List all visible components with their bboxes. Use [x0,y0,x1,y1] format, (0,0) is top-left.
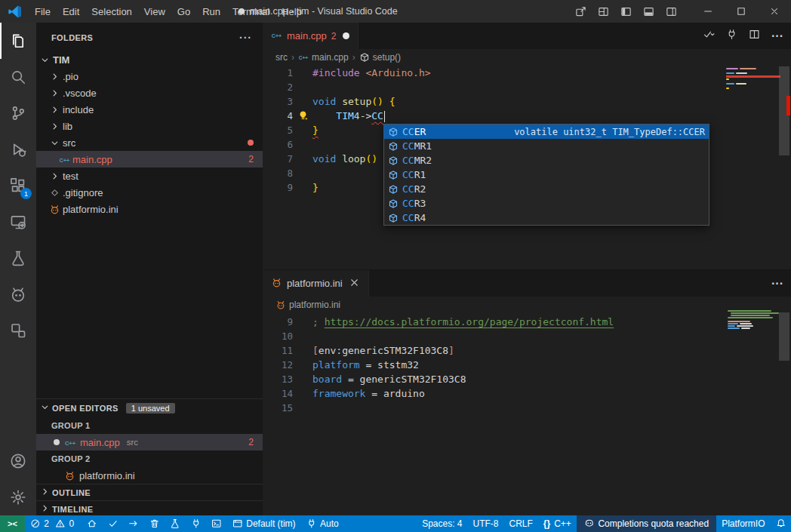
tab-main-cpp[interactable]: C++ main.cpp 2 [263,23,359,49]
menu-view[interactable]: View [138,0,171,23]
activity-accounts[interactable] [0,443,36,479]
activity-testing[interactable] [0,240,36,276]
activity-extensions[interactable]: 1 [0,168,36,204]
encoding-status[interactable]: UTF-8 [468,515,504,532]
tree-item-.pio[interactable]: .pio [36,68,263,85]
tree-item-main.cpp[interactable]: C++main.cpp2 [36,151,263,168]
more-actions-button[interactable]: ··· [771,29,783,43]
code-line-2[interactable]: 2 [263,80,791,94]
pio-serial-monitor-button[interactable] [186,515,207,532]
pio-test-button[interactable] [165,515,186,532]
eol-status[interactable]: CRLF [504,515,538,532]
minimap[interactable] [726,310,780,336]
problems-status[interactable]: 20 [25,515,82,532]
pio-build-button[interactable] [103,515,124,532]
serial-monitor-button[interactable] [726,29,737,43]
menu-file[interactable]: File [29,0,57,23]
tree-item-.gitignore[interactable]: .gitignore [36,184,263,201]
split-editor-button[interactable] [749,29,760,43]
menu-go[interactable]: Go [171,0,196,23]
copilot-icon [584,518,595,529]
run-build-button[interactable] [703,29,715,43]
folders-section-header[interactable]: FOLDERS ··· [36,27,263,48]
tree-item-include[interactable]: include [36,101,263,118]
tree-item-TIM[interactable]: TIM [36,51,263,68]
gitignore-icon [49,187,60,198]
suggestion-CCMR2[interactable]: CCMR2 [384,153,709,168]
minimap[interactable] [726,66,780,97]
suggestion-CCR1[interactable]: CCR1 [384,168,709,182]
more-actions-button[interactable]: ··· [771,277,783,291]
breadcrumb-platformio.ini[interactable]: platformio.ini [275,300,340,310]
activity-search[interactable] [0,59,36,95]
customize-layout-button[interactable] [592,0,614,23]
toggle-panel-button[interactable] [637,0,660,23]
overview-ruler-error [786,96,790,115]
tab-close-button[interactable] [349,277,360,291]
open-editor-main.cpp[interactable]: C++main.cpp src 2 [36,434,263,451]
suggestion-CCR4[interactable]: CCR4 [384,211,709,225]
breadcrumb-main.cpp[interactable]: C++main.cpp [298,52,349,63]
suggestion-CCER[interactable]: CCER volatile uint32_t TIM_TypeDef::CCER [384,125,709,139]
tree-item-platformio.ini[interactable]: platformio.ini [36,201,263,217]
menu-selection[interactable]: Selection [85,0,137,23]
code-line-1[interactable]: 1 #include <Arduino.h> [263,66,791,80]
suggestion-CCR3[interactable]: CCR3 [384,196,709,211]
breadcrumb-src[interactable]: src [275,52,288,63]
open-editors-header[interactable]: OPEN EDITORS 1 unsaved [36,399,263,417]
breadcrumb-setup()[interactable]: setup() [359,52,401,63]
code-line-4[interactable]: 4 TIM4->CC [263,109,791,123]
code-line-10[interactable]: 10 [263,329,791,343]
code-line-3[interactable]: 3 void setup() { [263,94,791,109]
tab-dirty-dot[interactable] [343,32,349,39]
code-line-11[interactable]: 11 [env:genericSTM32F103C8] [263,343,791,358]
code-line-9[interactable]: 9 ; https://docs.platformio.org/page/pro… [263,315,791,329]
menu-edit[interactable]: Edit [57,0,85,23]
tree-item-src[interactable]: src [36,134,263,151]
menu-run[interactable]: Run [196,0,226,23]
platformio-status[interactable]: PlatformIO [716,515,770,532]
activity-source-control[interactable] [0,95,36,131]
pio-env-button[interactable]: Default (tim) [227,515,301,532]
code-line-12[interactable]: 12 platform = ststm32 [263,358,791,372]
open-editor-platformio.ini[interactable]: platformio.ini [36,467,263,484]
suggestion-CCMR1[interactable]: CCMR1 [384,139,709,153]
toggle-secondary-sidebar-button[interactable] [660,0,682,23]
timeline-section-header[interactable]: TIMELINE [36,500,263,515]
unsaved-count-badge: 1 unsaved [126,403,175,414]
tab-platformio-ini[interactable]: platformio.ini [263,270,369,297]
code-editor-platformio-ini[interactable]: 9 ; https://docs.platformio.org/page/pro… [263,315,791,415]
language-mode-status[interactable]: {}C++ [538,515,577,532]
outline-section-header[interactable]: OUTLINE [36,484,263,500]
indentation-status[interactable]: Spaces: 4 [417,515,467,532]
tree-item-.vscode[interactable]: .vscode [36,85,263,101]
pio-home-button[interactable] [82,515,103,532]
scrollbar[interactable] [779,312,789,361]
pio-port-button[interactable]: Auto [301,515,344,532]
code-line-15[interactable]: 15 [263,401,791,415]
activity-platformio[interactable] [0,276,36,312]
tree-item-lib[interactable]: lib [36,118,263,134]
activity-manage-settings[interactable] [0,479,36,515]
suggestion-CCR2[interactable]: CCR2 [384,182,709,196]
activity-explorer[interactable] [0,23,36,59]
close-button[interactable] [758,0,791,23]
pio-upload-button[interactable] [123,515,144,532]
code-line-13[interactable]: 13 board = genericSTM32F103C8 [263,372,791,386]
pioFile-icon [64,470,75,481]
pio-clean-button[interactable] [144,515,165,532]
tree-item-test[interactable]: test [36,168,263,184]
pio-terminal-button[interactable] [206,515,227,532]
activity-run-and-debug[interactable] [0,131,36,168]
more-actions-icon[interactable]: ··· [239,32,252,44]
maximize-button[interactable] [725,0,758,23]
notifications-bell[interactable] [771,515,791,532]
copilot-status[interactable]: Completions quota reached [577,515,716,532]
toggle-primary-sidebar-button[interactable] [614,0,637,23]
activity-project-tasks[interactable] [0,312,36,349]
minimize-button[interactable] [691,0,725,23]
activity-remote-explorer[interactable] [0,204,36,240]
open-remote-window-button[interactable] [569,0,592,23]
code-line-14[interactable]: 14 framework = arduino [263,386,791,401]
remote-indicator[interactable]: >< [0,515,25,532]
